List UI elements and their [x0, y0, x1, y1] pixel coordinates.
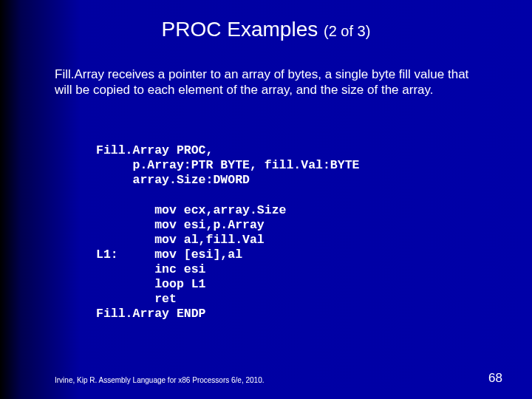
title-main: PROC Examples [162, 18, 318, 41]
page-number: 68 [488, 371, 502, 386]
title-sub: (2 of 3) [324, 23, 370, 39]
slide-title: PROC Examples (2 of 3) [0, 18, 532, 41]
slide: PROC Examples (2 of 3) Fill.Array receiv… [0, 0, 532, 399]
footer-citation: Irvine, Kip R. Assembly Language for x86… [55, 376, 265, 384]
code-block: Fill.Array PROC, p.Array:PTR BYTE, fill.… [96, 143, 359, 322]
description-text: Fill.Array receives a pointer to an arra… [55, 66, 488, 98]
